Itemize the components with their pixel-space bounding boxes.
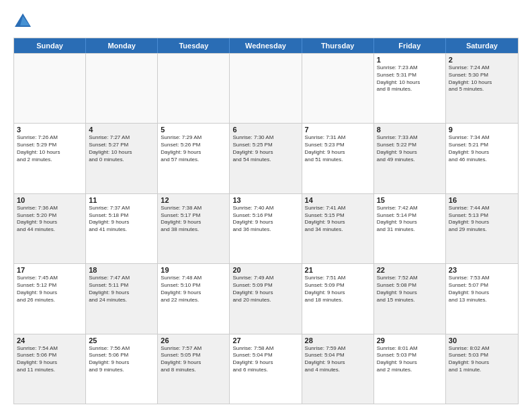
header-day-sunday: Sunday: [14, 38, 86, 53]
day-info: Sunrise: 7:57 AMSunset: 5:05 PMDaylight:…: [161, 345, 226, 374]
day-number: 28: [305, 336, 371, 345]
day-cell-27: 27Sunrise: 7:58 AMSunset: 5:04 PMDayligh…: [230, 334, 302, 404]
calendar-body: 1Sunrise: 7:23 AMSunset: 5:31 PMDaylight…: [14, 53, 518, 404]
day-cell-11: 11Sunrise: 7:37 AMSunset: 5:18 PMDayligh…: [86, 194, 158, 263]
day-number: 27: [232, 336, 298, 345]
day-info: Sunrise: 7:33 AMSunset: 5:22 PMDaylight:…: [377, 134, 443, 163]
day-cell-13: 13Sunrise: 7:40 AMSunset: 5:16 PMDayligh…: [230, 194, 302, 263]
day-cell-10: 10Sunrise: 7:36 AMSunset: 5:20 PMDayligh…: [14, 194, 86, 263]
day-number: 24: [17, 336, 83, 345]
day-cell-4: 4Sunrise: 7:27 AMSunset: 5:27 PMDaylight…: [86, 124, 158, 193]
day-number: 4: [89, 126, 154, 134]
day-number: 20: [232, 266, 298, 274]
day-number: 16: [449, 196, 515, 204]
calendar-row-4: 24Sunrise: 7:54 AMSunset: 5:06 PMDayligh…: [14, 334, 518, 404]
day-number: 10: [17, 196, 83, 204]
calendar-header: SundayMondayTuesdayWednesdayThursdayFrid…: [14, 38, 518, 53]
day-number: 19: [161, 266, 226, 274]
day-cell-18: 18Sunrise: 7:47 AMSunset: 5:11 PMDayligh…: [86, 264, 158, 333]
empty-cell-0-1: [86, 54, 158, 123]
day-number: 23: [449, 266, 515, 274]
day-number: 29: [377, 336, 443, 345]
day-cell-19: 19Sunrise: 7:48 AMSunset: 5:10 PMDayligh…: [158, 264, 230, 333]
day-number: 2: [449, 56, 515, 64]
day-info: Sunrise: 8:02 AMSunset: 5:03 PMDaylight:…: [449, 345, 515, 374]
day-info: Sunrise: 7:53 AMSunset: 5:07 PMDaylight:…: [449, 275, 515, 304]
calendar-row-3: 17Sunrise: 7:45 AMSunset: 5:12 PMDayligh…: [14, 263, 518, 333]
day-info: Sunrise: 7:26 AMSunset: 5:29 PMDaylight:…: [17, 134, 83, 163]
day-cell-17: 17Sunrise: 7:45 AMSunset: 5:12 PMDayligh…: [14, 264, 86, 333]
day-number: 18: [89, 266, 154, 274]
day-number: 12: [161, 196, 226, 204]
day-info: Sunrise: 7:47 AMSunset: 5:11 PMDaylight:…: [89, 275, 154, 304]
day-cell-7: 7Sunrise: 7:31 AMSunset: 5:23 PMDaylight…: [302, 124, 374, 193]
day-number: 17: [17, 266, 83, 274]
day-info: Sunrise: 7:31 AMSunset: 5:23 PMDaylight:…: [305, 134, 371, 163]
day-cell-3: 3Sunrise: 7:26 AMSunset: 5:29 PMDaylight…: [14, 124, 86, 193]
day-info: Sunrise: 7:56 AMSunset: 5:06 PMDaylight:…: [89, 345, 154, 374]
day-number: 14: [305, 196, 371, 204]
day-cell-30: 30Sunrise: 8:02 AMSunset: 5:03 PMDayligh…: [446, 334, 518, 404]
day-number: 1: [377, 56, 443, 64]
day-cell-9: 9Sunrise: 7:34 AMSunset: 5:21 PMDaylight…: [446, 124, 518, 193]
day-info: Sunrise: 7:38 AMSunset: 5:17 PMDaylight:…: [161, 205, 226, 234]
day-info: Sunrise: 7:30 AMSunset: 5:25 PMDaylight:…: [232, 134, 298, 163]
header-day-monday: Monday: [86, 38, 158, 53]
day-cell-21: 21Sunrise: 7:51 AMSunset: 5:09 PMDayligh…: [302, 264, 374, 333]
day-number: 26: [161, 336, 226, 345]
day-number: 3: [17, 126, 83, 134]
day-number: 11: [89, 196, 154, 204]
day-cell-5: 5Sunrise: 7:29 AMSunset: 5:26 PMDaylight…: [158, 124, 230, 193]
day-cell-28: 28Sunrise: 7:59 AMSunset: 5:04 PMDayligh…: [302, 334, 374, 404]
day-info: Sunrise: 7:54 AMSunset: 5:06 PMDaylight:…: [17, 345, 83, 374]
day-info: Sunrise: 7:40 AMSunset: 5:16 PMDaylight:…: [232, 205, 298, 234]
empty-cell-0-4: [302, 54, 374, 123]
logo: [13, 12, 35, 31]
calendar-row-1: 3Sunrise: 7:26 AMSunset: 5:29 PMDaylight…: [14, 123, 518, 193]
day-cell-12: 12Sunrise: 7:38 AMSunset: 5:17 PMDayligh…: [158, 194, 230, 263]
day-info: Sunrise: 7:45 AMSunset: 5:12 PMDaylight:…: [17, 275, 83, 304]
day-cell-14: 14Sunrise: 7:41 AMSunset: 5:15 PMDayligh…: [302, 194, 374, 263]
header-day-wednesday: Wednesday: [230, 38, 302, 53]
day-cell-26: 26Sunrise: 7:57 AMSunset: 5:05 PMDayligh…: [158, 334, 230, 404]
logo-icon: [13, 12, 32, 31]
day-cell-15: 15Sunrise: 7:42 AMSunset: 5:14 PMDayligh…: [374, 194, 446, 263]
day-info: Sunrise: 7:48 AMSunset: 5:10 PMDaylight:…: [161, 275, 226, 304]
day-info: Sunrise: 8:01 AMSunset: 5:03 PMDaylight:…: [377, 345, 443, 374]
day-cell-24: 24Sunrise: 7:54 AMSunset: 5:06 PMDayligh…: [14, 334, 86, 404]
day-cell-29: 29Sunrise: 8:01 AMSunset: 5:03 PMDayligh…: [374, 334, 446, 404]
day-info: Sunrise: 7:34 AMSunset: 5:21 PMDaylight:…: [449, 134, 515, 163]
day-info: Sunrise: 7:36 AMSunset: 5:20 PMDaylight:…: [17, 205, 83, 234]
day-info: Sunrise: 7:41 AMSunset: 5:15 PMDaylight:…: [305, 205, 371, 234]
empty-cell-0-2: [158, 54, 230, 123]
day-number: 6: [232, 126, 298, 134]
header-day-saturday: Saturday: [446, 38, 518, 53]
day-info: Sunrise: 7:23 AMSunset: 5:31 PMDaylight:…: [377, 64, 443, 93]
day-cell-1: 1Sunrise: 7:23 AMSunset: 5:31 PMDaylight…: [374, 54, 446, 123]
header-day-friday: Friday: [374, 38, 446, 53]
day-info: Sunrise: 7:49 AMSunset: 5:09 PMDaylight:…: [232, 275, 298, 304]
day-info: Sunrise: 7:27 AMSunset: 5:27 PMDaylight:…: [89, 134, 154, 163]
calendar-row-2: 10Sunrise: 7:36 AMSunset: 5:20 PMDayligh…: [14, 193, 518, 263]
day-info: Sunrise: 7:24 AMSunset: 5:30 PMDaylight:…: [449, 64, 515, 93]
day-info: Sunrise: 7:52 AMSunset: 5:08 PMDaylight:…: [377, 275, 443, 304]
day-number: 15: [377, 196, 443, 204]
day-number: 7: [305, 126, 371, 134]
day-number: 9: [449, 126, 515, 134]
day-cell-2: 2Sunrise: 7:24 AMSunset: 5:30 PMDaylight…: [446, 54, 518, 123]
day-info: Sunrise: 7:44 AMSunset: 5:13 PMDaylight:…: [449, 205, 515, 234]
day-info: Sunrise: 7:37 AMSunset: 5:18 PMDaylight:…: [89, 205, 154, 234]
day-cell-8: 8Sunrise: 7:33 AMSunset: 5:22 PMDaylight…: [374, 124, 446, 193]
day-cell-16: 16Sunrise: 7:44 AMSunset: 5:13 PMDayligh…: [446, 194, 518, 263]
day-cell-25: 25Sunrise: 7:56 AMSunset: 5:06 PMDayligh…: [86, 334, 158, 404]
day-number: 22: [377, 266, 443, 274]
day-number: 13: [232, 196, 298, 204]
header: [13, 12, 519, 31]
page: SundayMondayTuesdayWednesdayThursdayFrid…: [0, 0, 532, 411]
day-number: 21: [305, 266, 371, 274]
day-number: 30: [449, 336, 515, 345]
day-number: 5: [161, 126, 226, 134]
day-info: Sunrise: 7:29 AMSunset: 5:26 PMDaylight:…: [161, 134, 226, 163]
day-info: Sunrise: 7:51 AMSunset: 5:09 PMDaylight:…: [305, 275, 371, 304]
day-number: 8: [377, 126, 443, 134]
